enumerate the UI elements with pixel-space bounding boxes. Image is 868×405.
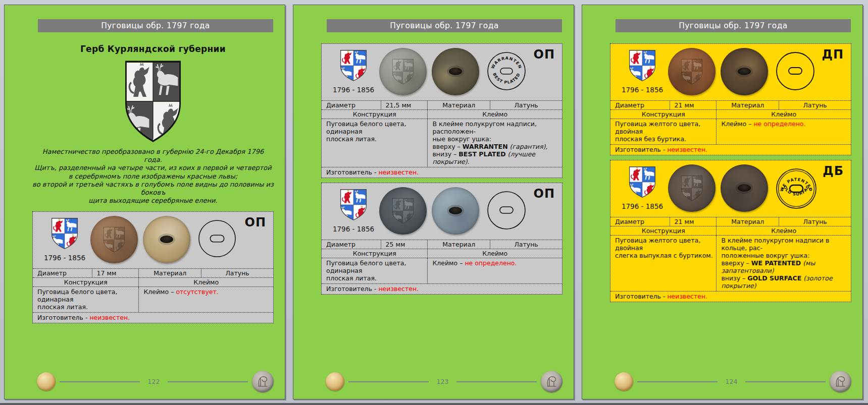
material-label: Материал xyxy=(427,101,490,109)
eagle-button-photo xyxy=(37,372,56,391)
construction-label: Конструкция xyxy=(322,110,427,119)
button-images-row: 1796 - 1856 ДП xyxy=(610,44,851,100)
manufacturer-row: Изготовитель - неизвестен. xyxy=(322,283,562,294)
button-front-photo xyxy=(90,216,138,263)
button-type-code: ОП xyxy=(534,47,559,61)
construction-stamp-body: Пуговица белого цвета, одинарнаяплоская … xyxy=(33,286,273,312)
courland-arms-icon xyxy=(629,49,656,82)
monogram-icon xyxy=(255,374,271,389)
page-title-bar: Пуговицы обр. 1797 года xyxy=(38,19,273,32)
button-table: 1796 - 1856 WE PATENTED GO xyxy=(610,160,851,302)
stamp-text: Клеймо – не определено. xyxy=(427,258,562,283)
construction-label: Конструкция xyxy=(610,226,716,235)
stamp-label: Клеймо xyxy=(427,110,562,119)
construction-label: Конструкция xyxy=(610,110,716,119)
material-value: Латунь xyxy=(779,217,851,226)
embossed-arms-icon xyxy=(392,197,414,225)
material-value: Латунь xyxy=(201,269,273,277)
size-material-row: Диаметр 21 мм Материал Латунь xyxy=(610,217,851,226)
star-glyph: ✶ xyxy=(781,187,784,191)
svg-text:WARRANTEN: WARRANTEN xyxy=(490,56,523,70)
button-back-photo xyxy=(143,216,190,263)
button-shank-drawing xyxy=(197,219,237,258)
courland-arms-icon xyxy=(51,217,78,250)
arms-and-period: 1796 - 1856 xyxy=(622,49,663,94)
footer-rule-left xyxy=(637,381,718,382)
arms-and-period: 1796 - 1856 xyxy=(622,166,663,210)
page-footer: 124 xyxy=(615,371,851,392)
button-type-code: ОП xyxy=(245,215,271,228)
arms-and-period: 1796 - 1856 xyxy=(44,217,85,262)
construction-label: Конструкция xyxy=(33,278,138,286)
courland-arms-icon xyxy=(340,189,367,221)
construction-text: Пуговица белого цвета, одинарнаяплоская … xyxy=(33,287,138,312)
monogram-icon xyxy=(544,374,559,389)
material-label: Материал xyxy=(716,217,779,226)
footer-rule-right xyxy=(168,381,248,382)
construction-stamp-header: Конструкция Клеймо xyxy=(610,109,851,119)
stamp-text: Клеймо – отсутствует. xyxy=(138,287,273,312)
courland-arms-image xyxy=(124,60,182,143)
stamp-text: В клейме полукругом надписи в кольце, ра… xyxy=(716,236,851,291)
period-label: 1796 - 1856 xyxy=(622,202,663,210)
manufacturer-row: Изготовитель - неизвестен. xyxy=(610,291,851,302)
material-value: Латунь xyxy=(779,101,851,109)
period-label: 1796 - 1856 xyxy=(44,254,85,262)
button-table: 1796 - 1856 WARRANTEN BEST PLATED xyxy=(321,43,563,178)
page-footer: 123 xyxy=(326,371,563,392)
diameter-label: Диаметр xyxy=(33,269,92,277)
embossed-arms-icon xyxy=(392,57,414,86)
page-content: Герб Курляндской губернии Наместничество… xyxy=(32,44,274,323)
diameter-value: 21,5 мм xyxy=(381,101,428,109)
size-material-row: Диаметр 21,5 мм Материал Латунь xyxy=(322,100,562,109)
paul-monogram-button-photo xyxy=(541,371,563,392)
page-footer: 122 xyxy=(37,371,274,392)
footer-rule-left xyxy=(348,381,429,382)
embossed-arms-icon xyxy=(681,57,703,86)
diameter-label: Диаметр xyxy=(322,240,381,249)
period-label: 1796 - 1856 xyxy=(333,86,374,94)
size-material-row: Диаметр 21 мм Материал Латунь xyxy=(610,100,851,109)
page-number: 124 xyxy=(722,378,742,385)
button-type-code: ОП xyxy=(534,186,559,200)
diameter-label: Диаметр xyxy=(610,101,670,109)
button-table: 1796 - 1856 ОП Диаметр 17 мм Материал xyxy=(32,211,274,323)
diameter-value: 21 мм xyxy=(670,217,717,226)
page-124: Пуговицы обр. 1797 года 1796 - 1856 xyxy=(582,5,863,399)
size-material-row: Диаметр 17 мм Материал Латунь xyxy=(33,268,273,277)
button-front-photo xyxy=(379,48,427,95)
footer-rule-right xyxy=(745,381,826,382)
construction-stamp-body: Пуговица белого цвета, одинарнаяплоская … xyxy=(322,119,562,167)
page-123: Пуговицы обр. 1797 года 1796 - 1856 xyxy=(293,5,574,399)
page-content: 1796 - 1856 WARRANTEN BEST PLATED xyxy=(321,43,563,295)
page-number: 122 xyxy=(144,378,164,385)
stamp-text: В клейме полукругом надписи, расположен-… xyxy=(427,119,562,167)
arms-description: Наместничество преобразовано в губернію … xyxy=(32,148,274,205)
construction-text: Пуговица белого цвета, одинарнаяплоская … xyxy=(322,119,427,167)
button-type-code: ДП xyxy=(822,47,848,61)
arms-and-period: 1796 - 1856 xyxy=(333,49,374,94)
material-value: Латунь xyxy=(490,240,562,249)
construction-stamp-header: Конструкция Клеймо xyxy=(322,109,562,119)
button-images-row: 1796 - 1856 ОП xyxy=(33,212,273,268)
diameter-value: 21 мм xyxy=(670,101,717,109)
button-shank-drawing: WE PATENTED GOLD SURFACE ✶ ✶ xyxy=(775,167,818,210)
construction-text: Пуговица белого цвета, одинарнаяплоская … xyxy=(322,258,427,283)
construction-text: Пуговица желтого цвета, двойнаяплоская б… xyxy=(610,119,716,144)
page-title-bar: Пуговицы обр. 1797 года xyxy=(327,19,562,32)
stamp-text: Клеймо – не определено. xyxy=(716,119,851,144)
arms-and-period: 1796 - 1856 xyxy=(333,189,374,233)
button-back-photo xyxy=(721,48,768,95)
construction-stamp-body: Пуговица желтого цвета, двойнаяплоская б… xyxy=(610,119,851,144)
embossed-arms-icon xyxy=(103,225,125,254)
construction-label: Конструкция xyxy=(322,249,427,258)
document-pages: Пуговицы обр. 1797 года Герб Курляндской… xyxy=(4,5,863,399)
construction-text: Пуговица желтого цвета, двойнаяслегка вы… xyxy=(610,236,716,291)
section-heading: Герб Курляндской губернии xyxy=(32,44,274,54)
monogram-icon xyxy=(833,374,848,389)
construction-stamp-body: Пуговица белого цвета, одинарнаяплоская … xyxy=(322,258,562,283)
stamp-label: Клеймо xyxy=(427,249,562,258)
stamp-label: Клеймо xyxy=(716,226,851,235)
manufacturer-row: Изготовитель - неизвестен. xyxy=(322,167,562,178)
diameter-value: 25 мм xyxy=(381,240,428,249)
